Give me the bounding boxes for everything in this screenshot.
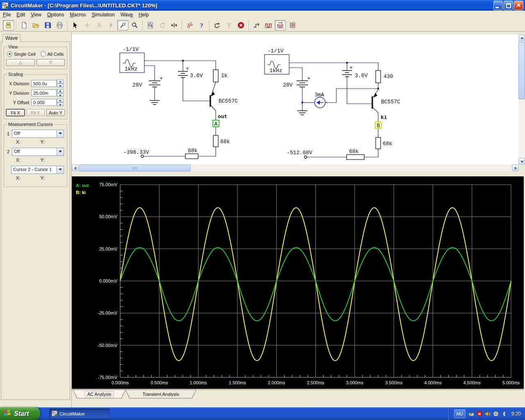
tab-label: AC Analysis xyxy=(87,392,112,397)
source2-frequency-label: 1kHz xyxy=(269,68,282,74)
spinner-down-icon[interactable] xyxy=(57,103,64,107)
cursor-diff-select[interactable]: Cursor 2 - Cursor 1 xyxy=(11,166,64,174)
digital-wave-button[interactable] xyxy=(263,20,274,30)
wires xyxy=(144,61,378,157)
language-indicator[interactable]: HU xyxy=(454,409,466,418)
probe-b[interactable]: B xyxy=(375,122,381,129)
zoom-button[interactable] xyxy=(129,20,140,30)
taskbar-clock[interactable]: 9:20 xyxy=(511,411,521,417)
transistor-q2[interactable] xyxy=(372,96,373,109)
y-tick-label: -50.00mV xyxy=(98,343,117,348)
chevron-down-icon[interactable] xyxy=(57,130,64,137)
y-division-input[interactable]: 25.00m xyxy=(31,89,57,96)
start-button[interactable]: Start xyxy=(0,407,40,420)
radio-single-cell[interactable]: Single Cell xyxy=(7,51,36,57)
y-offset-label: Y Offset xyxy=(6,100,31,105)
browse-button[interactable] xyxy=(3,20,14,30)
mirror-button[interactable] xyxy=(169,20,180,30)
select-button[interactable] xyxy=(70,20,81,30)
spinner-down-icon[interactable] xyxy=(57,84,64,88)
help-button[interactable]: ? xyxy=(196,20,207,30)
battery-3v6-2[interactable] xyxy=(342,71,352,77)
save-button[interactable] xyxy=(42,20,53,30)
schematic-vertical-scrollbar[interactable] xyxy=(518,34,525,164)
analyses-button[interactable] xyxy=(184,20,195,30)
probe-button[interactable] xyxy=(117,20,128,30)
schematic-canvas[interactable]: A B -1/1V 1kHz 28V + + 3.6V 1k BC557C ou… xyxy=(72,34,518,164)
analog-wave-button[interactable] xyxy=(275,20,286,30)
menu-file[interactable]: File xyxy=(0,11,14,19)
battery-28v-2[interactable] xyxy=(297,81,308,87)
chevron-down-icon[interactable] xyxy=(57,166,64,173)
cell-down-button[interactable]: ▽ xyxy=(37,59,65,66)
resistor-68k-series-2[interactable] xyxy=(347,155,364,160)
spinner-up-icon[interactable] xyxy=(57,89,64,93)
new-button[interactable] xyxy=(18,20,30,30)
open-button[interactable] xyxy=(30,20,41,30)
toolbar-separator xyxy=(16,21,16,30)
terminal-2[interactable] xyxy=(304,156,307,158)
x-tick-label: 3.500ms xyxy=(385,380,403,385)
minimize-button[interactable] xyxy=(493,1,503,10)
cursor1-select[interactable]: Off xyxy=(12,130,64,138)
audio-device-icon[interactable] xyxy=(493,411,499,417)
resistor-68k-load-2[interactable] xyxy=(376,137,381,149)
taskbar-item-circuitmaker[interactable]: CircuitMaker xyxy=(49,409,110,419)
toolbar-separator xyxy=(182,21,182,30)
menu-wave[interactable]: Wave xyxy=(118,11,136,19)
pen-tablet-icon[interactable] xyxy=(468,411,475,417)
menu-macros[interactable]: Macros xyxy=(67,11,89,19)
chevron-down-icon[interactable] xyxy=(57,148,64,155)
restore-button[interactable] xyxy=(504,1,513,10)
spinner-down-icon[interactable] xyxy=(57,93,64,97)
spinner-up-icon[interactable] xyxy=(57,98,64,103)
menu-view[interactable]: View xyxy=(28,11,44,19)
schematic-horizontal-scrollbar[interactable] xyxy=(72,164,518,171)
scroll-up-icon[interactable] xyxy=(518,34,525,41)
menu-options[interactable]: Options xyxy=(44,11,67,19)
transistor-q1[interactable] xyxy=(210,95,211,107)
volume-icon[interactable] xyxy=(484,411,491,417)
source2-amplitude-label: -1/1V xyxy=(267,48,283,54)
resistor-1k[interactable] xyxy=(213,70,218,82)
menu-simulation[interactable]: Simulation xyxy=(89,11,118,19)
close-button[interactable] xyxy=(514,1,523,10)
scroll-right-icon[interactable] xyxy=(512,164,518,171)
battery-3v6-1[interactable] xyxy=(178,71,188,78)
current-source-3ma[interactable] xyxy=(315,97,328,108)
scroll-down-icon[interactable] xyxy=(518,158,525,164)
preview-button[interactable] xyxy=(145,20,156,30)
radio-all-cells[interactable]: All Cells xyxy=(41,51,64,57)
spinner-up-icon[interactable] xyxy=(57,80,64,84)
stop-button[interactable] xyxy=(235,20,247,30)
print-button[interactable] xyxy=(54,20,65,30)
plus-icon: + xyxy=(160,75,163,82)
resistor-430[interactable] xyxy=(376,71,381,83)
resistor-68k-load-1[interactable] xyxy=(213,135,218,147)
battery-28v-1[interactable] xyxy=(149,81,160,87)
logic-display-button[interactable] xyxy=(287,20,298,30)
x-division-stepper xyxy=(57,80,64,87)
bluetooth-icon[interactable] xyxy=(501,411,507,417)
menu-help[interactable]: Help xyxy=(136,11,152,19)
cell-up-button[interactable]: △ xyxy=(6,59,35,66)
auto-y-button[interactable]: Auto Y xyxy=(46,109,65,116)
scroll-thumb[interactable] xyxy=(518,42,525,99)
resistor-68k-series-1[interactable] xyxy=(185,154,198,159)
probe-a[interactable]: A xyxy=(213,120,219,127)
system-tray: HU 9:20 xyxy=(449,407,525,420)
waveform-plot[interactable]: 75.00mV50.00mV25.00mV0.000mV-25.00mV-50.… xyxy=(72,176,524,389)
x-tick-label: 2.000ms xyxy=(268,380,285,385)
x-division-input[interactable]: 500.0u xyxy=(31,80,57,87)
y-offset-input[interactable]: 0.000 xyxy=(31,99,57,106)
security-alert-icon[interactable] xyxy=(476,411,483,417)
scroll-thumb[interactable] xyxy=(79,164,191,171)
tab-wave[interactable]: Wave xyxy=(2,34,21,42)
reset-button[interactable] xyxy=(212,20,223,30)
scroll-left-icon[interactable] xyxy=(72,164,78,171)
cursor2-select[interactable]: Off xyxy=(12,148,64,156)
menu-edit[interactable]: Edit xyxy=(14,11,28,19)
rotate-icon xyxy=(159,22,166,29)
step-display-button[interactable] xyxy=(251,20,262,30)
fit-x-button[interactable]: Fit X xyxy=(6,109,25,116)
